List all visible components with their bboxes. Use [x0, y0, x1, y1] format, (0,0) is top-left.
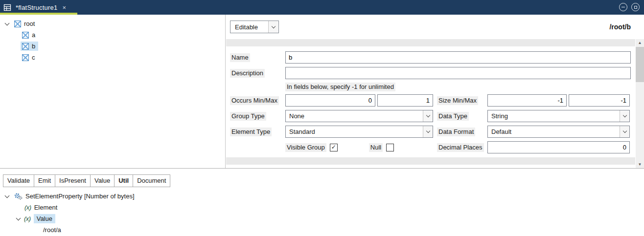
structure-app-icon	[3, 3, 12, 12]
structure-tree-panel: root a b c	[0, 15, 226, 168]
close-tab-icon[interactable]: ×	[62, 4, 66, 11]
occurs-minmax-label: Occurs Min/Max	[230, 96, 279, 105]
tree-item-element[interactable]: (x) Element	[0, 202, 644, 213]
visible-group-label: Visible Group	[285, 143, 326, 152]
minus-icon	[621, 7, 625, 7]
size-min-input[interactable]	[487, 94, 567, 107]
chevron-down-icon	[423, 126, 433, 137]
decimal-places-input[interactable]	[487, 141, 630, 153]
group-data-type-row: Group Type None Data Type String	[230, 110, 631, 122]
chevron-down-icon[interactable]	[15, 218, 21, 220]
tab-document[interactable]: Document	[133, 174, 170, 187]
group-type-select[interactable]: None	[285, 110, 433, 122]
select-value: String	[488, 112, 511, 120]
data-type-select[interactable]: String	[487, 110, 630, 122]
titlebar: *flatStructure1 ×	[0, 0, 644, 15]
util-tree: SetElementProperty [Number of bytes] (x)…	[0, 187, 644, 236]
fx-icon: (x)	[24, 204, 31, 211]
size-max-input[interactable]	[569, 94, 630, 107]
element-path: /root/b	[609, 23, 631, 31]
size-minmax-label: Size Min/Max	[437, 96, 478, 105]
data-format-label: Data Format	[437, 128, 475, 136]
gears-icon	[14, 193, 23, 200]
tab-validate[interactable]: Validate	[3, 174, 34, 187]
tree-item-label: /root/a	[43, 226, 61, 234]
checkmark-icon: ✓	[331, 144, 336, 150]
name-label: Name	[230, 53, 250, 62]
element-icon	[22, 43, 29, 50]
occurs-size-row: Occurs Min/Max Size Min/Max	[230, 94, 631, 107]
name-input[interactable]	[285, 51, 631, 64]
scroll-up-icon[interactable]: ▲	[636, 39, 644, 46]
description-input[interactable]	[285, 67, 631, 79]
selected-tree-item-label[interactable]: Value	[34, 214, 55, 223]
description-row: Description	[230, 67, 631, 79]
element-icon	[14, 21, 21, 27]
tab-util[interactable]: Util	[115, 174, 133, 187]
tree-item-root-a[interactable]: /root/a	[0, 224, 644, 236]
maximize-panel-button[interactable]	[631, 3, 640, 11]
element-type-select[interactable]: Standard	[285, 126, 433, 138]
occurs-min-input[interactable]	[285, 94, 375, 107]
scrollbar-track[interactable]	[636, 46, 644, 161]
tree-item-value[interactable]: (x) Value	[0, 213, 644, 224]
vertical-scrollbar[interactable]: ▲ ▼	[636, 39, 644, 168]
decimal-places-label: Decimal Places	[437, 143, 484, 152]
main-area: root a b c Editable	[0, 15, 644, 169]
bottom-tab-strip: Validate Emit IsPresent Value Util Docum…	[3, 174, 170, 187]
checkbox-row: Visible Group ✓ Null ✓ Decimal Places	[230, 141, 631, 153]
tab-emit[interactable]: Emit	[34, 174, 55, 187]
chevron-down-icon	[423, 110, 433, 122]
element-icon	[22, 32, 29, 39]
select-value: Editable	[230, 23, 262, 31]
scrollbar-thumb[interactable]	[636, 47, 644, 82]
element-icon	[22, 54, 29, 61]
property-panel: Editable /root/b Name Description In fie…	[226, 15, 644, 168]
separator-bar-bottom	[226, 157, 635, 165]
separator-bar-top	[226, 39, 635, 46]
select-value: Standard	[286, 128, 319, 135]
chevron-down-icon	[268, 21, 278, 33]
property-header: Editable /root/b	[226, 15, 636, 39]
visible-group-checkbox[interactable]: ✓	[330, 144, 338, 151]
chevron-down-icon[interactable]	[4, 195, 10, 197]
description-label: Description	[230, 69, 265, 78]
collapse-panel-button[interactable]	[619, 3, 627, 11]
square-icon	[634, 6, 637, 9]
chevron-down-icon	[620, 126, 629, 137]
select-value: Default	[488, 128, 515, 135]
tree-node-b[interactable]: b	[0, 41, 225, 52]
tree-node-label: a	[32, 31, 35, 39]
tab-value[interactable]: Value	[91, 174, 115, 187]
selected-tree-node[interactable]: b	[21, 42, 38, 51]
null-label: Null	[369, 143, 383, 152]
tree-item-label: Element	[34, 204, 58, 211]
tree-node-label: root	[24, 20, 35, 27]
document-tab-title[interactable]: *flatStructure1	[16, 4, 57, 11]
null-checkbox[interactable]: ✓	[386, 144, 394, 151]
element-type-label: Element Type	[230, 128, 272, 136]
expression-panel: Validate Emit IsPresent Value Util Docum…	[0, 169, 644, 236]
occurs-max-input[interactable]	[377, 94, 433, 107]
group-type-label: Group Type	[230, 112, 266, 121]
data-type-label: Data Type	[437, 112, 469, 121]
hint-row: In fields below, specify -1 for unlimite…	[230, 83, 631, 91]
unlimited-hint-text: In fields below, specify -1 for unlimite…	[285, 83, 395, 91]
chevron-down-icon[interactable]	[4, 23, 10, 25]
tree-node-label: c	[32, 54, 35, 61]
fx-icon: (x)	[24, 215, 31, 222]
name-row: Name	[230, 51, 631, 64]
select-value: None	[286, 112, 308, 120]
tree-item-setelementproperty[interactable]: SetElementProperty [Number of bytes]	[0, 191, 644, 202]
editable-mode-select[interactable]: Editable	[230, 21, 279, 33]
tab-ispresent[interactable]: IsPresent	[55, 174, 91, 187]
window-buttons	[619, 3, 640, 11]
active-tab-underline	[0, 13, 77, 15]
tree-node-root[interactable]: root	[0, 18, 225, 29]
data-format-select[interactable]: Default	[487, 126, 630, 138]
scroll-down-icon[interactable]: ▼	[636, 161, 644, 168]
tree-node-label: b	[32, 43, 35, 50]
property-form: Name Description In fields below, specif…	[226, 46, 636, 157]
tree-node-a[interactable]: a	[0, 29, 225, 41]
tree-node-c[interactable]: c	[0, 52, 225, 63]
